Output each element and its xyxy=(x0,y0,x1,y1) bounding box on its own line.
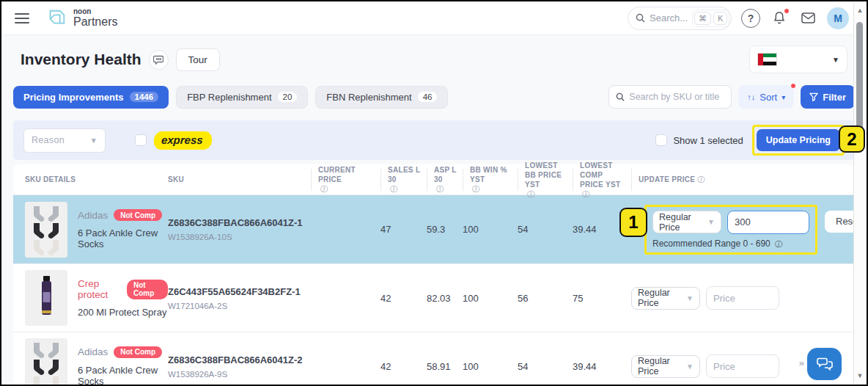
sku-secondary-code: W1538926A-9S xyxy=(168,370,311,379)
sku-secondary-code: W1721046A-2S xyxy=(168,302,311,310)
vertical-scrollbar[interactable]: ▲ ▼ xyxy=(853,3,865,383)
top-bar: noon Partners Search... ⌘ K ? xyxy=(1,1,867,35)
user-avatar[interactable]: M xyxy=(827,7,849,29)
lowest-comp-yst-value: 39.44 xyxy=(573,361,631,372)
cmd-key: ⌘ xyxy=(694,12,711,25)
asp-l30-value: 82.03 xyxy=(427,293,463,304)
brand-name: Adidas xyxy=(78,210,108,221)
k-key: K xyxy=(713,12,727,25)
price-type-select[interactable]: Regular Price▼ xyxy=(652,211,721,233)
annotation-box-2: Update Pricing xyxy=(752,125,845,156)
tab-fbn-replenishment[interactable]: FBN Replenishment46 xyxy=(315,86,448,109)
sort-button[interactable]: ↑↓ Sort ▾ xyxy=(738,85,794,109)
help-icon[interactable]: ? xyxy=(741,9,760,28)
brand-name: Crep protect xyxy=(78,278,121,300)
notification-dot xyxy=(784,8,790,14)
chevron-down-icon: ▼ xyxy=(90,136,98,145)
tour-button[interactable]: Tour xyxy=(176,48,220,71)
hamburger-menu-icon[interactable] xyxy=(15,13,29,23)
info-icon: ⓘ xyxy=(697,175,705,184)
price-input[interactable] xyxy=(706,354,779,378)
chevron-down-icon: ▾ xyxy=(781,93,785,101)
sku-code: Z6C443F55A65624F34B2FZ-1 xyxy=(168,286,311,297)
col-bb-win-yst: BB WIN % YSTⓘ xyxy=(463,169,518,191)
info-icon: ⓘ xyxy=(775,240,782,248)
product-title: 200 Ml Protect Spray xyxy=(78,307,168,318)
sku-search-input[interactable]: Search by SKU or title xyxy=(608,85,732,109)
tab-fbp-replenishment[interactable]: FBP Replenishment20 xyxy=(176,86,308,109)
col-lowest-comp-yst: LOWEST COMP PRICE YSTⓘ xyxy=(573,169,631,191)
info-icon: ⓘ xyxy=(472,184,479,194)
mail-icon[interactable] xyxy=(798,9,817,28)
not-comp-badge: Not Comp xyxy=(114,209,162,221)
sku-code: Z6836C388FBAC866A6041Z-2 xyxy=(168,354,311,365)
bb-win-yst-value: 100 xyxy=(463,293,518,304)
asp-l30-value: 59.3 xyxy=(427,224,463,235)
product-image-socks xyxy=(25,338,67,386)
sku-secondary-code: W1538926A-10S xyxy=(168,233,311,241)
price-type-select[interactable]: Regular Price▼ xyxy=(631,355,700,378)
table-row[interactable]: Adidas Not Comp 6 Pack Ankle Crew Socks … xyxy=(13,332,855,386)
table-header-row: SKU DETAILS SKU CURRENT PRICEⓘ SALES L 3… xyxy=(13,164,855,195)
search-icon xyxy=(636,13,645,23)
chevron-down-icon: ▼ xyxy=(832,56,839,64)
brand-top-text: noon xyxy=(73,8,117,15)
product-title: 6 Pack Ankle Crew Socks xyxy=(78,365,168,386)
chevron-down-icon: ▼ xyxy=(686,363,694,371)
info-icon: ⓘ xyxy=(582,189,589,199)
filter-button[interactable]: Filter xyxy=(801,85,855,109)
col-lowest-bb-yst: LOWEST BB PRICE YSTⓘ xyxy=(518,169,573,191)
product-title: 6 Pack Ankle Crew Socks xyxy=(78,227,168,250)
info-icon: ⓘ xyxy=(436,184,444,194)
chat-collapse-icon[interactable]: » xyxy=(799,357,804,368)
col-update-price: UPDATE PRICEⓘ xyxy=(631,169,855,191)
sku-code: Z6836C388FBAC866A6041Z-1 xyxy=(168,217,311,228)
table-row[interactable]: Adidas Not Comp 6 Pack Ankle Crew Socks … xyxy=(13,195,855,263)
product-image-spray xyxy=(25,270,67,326)
lowest-bb-yst-value: 56 xyxy=(518,293,573,304)
search-shortcut: ⌘ K xyxy=(692,10,729,27)
product-image-socks xyxy=(25,202,67,258)
not-comp-badge: Not Comp xyxy=(127,280,168,299)
col-sku-details: SKU DETAILS xyxy=(25,175,168,184)
page-title: Inventory Health xyxy=(21,51,141,68)
chevron-down-icon: ▼ xyxy=(707,218,715,226)
sort-active-dot xyxy=(790,83,796,89)
price-type-select[interactable]: Regular Price▼ xyxy=(631,287,700,310)
global-search-input[interactable]: Search... ⌘ K xyxy=(628,7,732,30)
annotation-box-1: Regular Price▼ Recommended Range 0 - 690… xyxy=(644,205,817,255)
show-selected-checkbox[interactable] xyxy=(655,134,667,146)
sort-arrows-icon: ↑↓ xyxy=(747,92,755,101)
lowest-bb-yst-value: 54 xyxy=(518,361,573,372)
scroll-down-icon[interactable]: ▼ xyxy=(854,372,866,379)
annotation-badge-1: 1 xyxy=(619,208,647,237)
noon-partners-logo[interactable]: noon Partners xyxy=(45,7,117,29)
global-search-placeholder: Search... xyxy=(650,12,688,23)
brand-name: Adidas xyxy=(78,346,108,357)
scroll-up-icon[interactable]: ▲ xyxy=(854,7,866,14)
price-input[interactable] xyxy=(727,211,809,234)
feedback-bubble-icon[interactable] xyxy=(149,50,169,70)
reason-select[interactable]: Reason ▼ xyxy=(23,128,106,153)
bulk-actions-bar: Reason ▼ express Show 1 selected Update … xyxy=(13,120,855,160)
uae-flag-icon xyxy=(757,53,777,66)
tab-pricing-improvements[interactable]: Pricing Improvements1446 xyxy=(13,86,169,109)
info-icon: ⓘ xyxy=(320,184,328,194)
col-sales-l30: SALES L 30ⓘ xyxy=(380,169,427,191)
table-row[interactable]: Crep protect Not Comp 200 Ml Protect Spr… xyxy=(13,263,855,332)
sku-search-placeholder: Search by SKU or title xyxy=(629,92,719,102)
update-pricing-button[interactable]: Update Pricing xyxy=(757,129,840,151)
chat-button[interactable] xyxy=(807,348,842,380)
price-input[interactable] xyxy=(706,286,779,310)
notifications-bell-icon[interactable] xyxy=(770,9,789,28)
sales-l30-value: 42 xyxy=(380,361,427,372)
col-sku: SKU xyxy=(168,175,311,184)
info-icon: ⓘ xyxy=(527,189,534,199)
funnel-icon xyxy=(809,92,818,101)
show-selected-label: Show 1 selected xyxy=(673,135,743,146)
not-comp-badge: Not Comp xyxy=(114,346,162,358)
express-checkbox[interactable] xyxy=(135,134,147,146)
sales-l30-value: 42 xyxy=(380,293,427,304)
country-select[interactable]: ▼ xyxy=(749,45,847,73)
tab-count-badge: 20 xyxy=(278,92,298,102)
